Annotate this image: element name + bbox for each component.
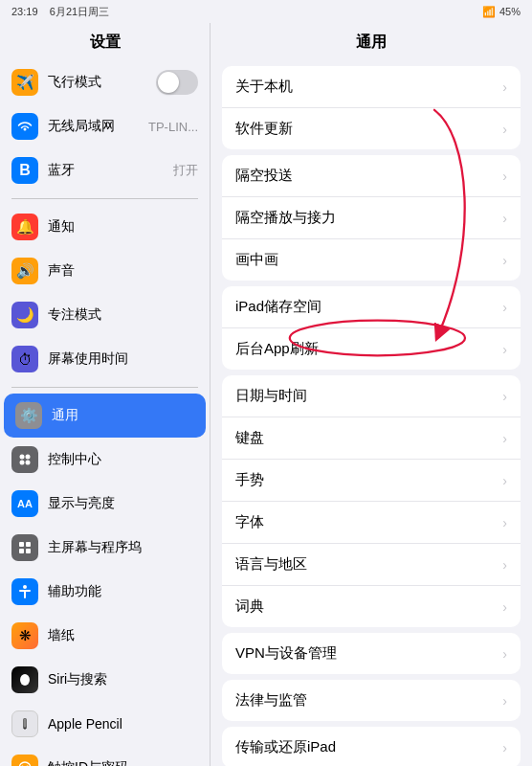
sound-icon: 🔊 — [11, 258, 38, 284]
chevron-icon: › — [502, 253, 507, 268]
settings-label: 词典 — [235, 597, 264, 616]
chevron-icon: › — [502, 79, 507, 95]
svg-point-9 — [20, 674, 30, 686]
settings-row-pip[interactable]: 画中画 › — [222, 239, 521, 281]
airplane-icon: ✈️ — [11, 69, 38, 96]
sidebar-item-display[interactable]: AA 显示与亮度 — [0, 482, 210, 526]
sidebar-item-faceid[interactable]: 触控ID与密码 — [0, 746, 210, 766]
sidebar-item-home[interactable]: 主屏幕与程序坞 — [0, 526, 210, 570]
status-time-date: 23:19 6月21日周三 — [11, 5, 109, 19]
content-panel: 通用 关于本机 › 软件更新 › 隔空投送 › 隔 — [211, 23, 532, 766]
settings-row-about[interactable]: 关于本机 › — [222, 66, 521, 108]
bluetooth-icon: B — [11, 157, 38, 184]
main-layout: 设置 ✈️ 飞行模式 无线局域网 TP-LIN... — [0, 23, 532, 766]
settings-row-backgroundapp[interactable]: 后台App刷新 › — [222, 328, 521, 370]
svg-point-1 — [26, 455, 31, 460]
settings-row-font[interactable]: 字体 › — [222, 502, 521, 544]
settings-row-legal[interactable]: 法律与监管 › — [222, 680, 521, 721]
sidebar-item-applepencil[interactable]: Apple Pencil — [0, 702, 210, 746]
sidebar-section-notifications: 🔔 通知 🔊 声音 🌙 专注模式 ⏱ 屏幕使用时间 — [0, 205, 210, 381]
settings-label: 手势 — [235, 471, 264, 489]
settings-label: 字体 — [235, 513, 264, 531]
display-icon: AA — [11, 490, 38, 517]
sidebar-item-accessibility[interactable]: 辅助功能 — [0, 570, 210, 614]
sidebar-item-label: 专注模式 — [48, 306, 198, 324]
status-bar: 23:19 6月21日周三 📶 45% — [0, 0, 532, 23]
content-title: 通用 — [211, 23, 532, 60]
sidebar-item-label: 通知 — [48, 218, 198, 236]
chevron-icon: › — [502, 300, 507, 315]
chevron-icon: › — [502, 599, 507, 615]
settings-row-storage[interactable]: iPad储存空间 › — [222, 286, 521, 328]
sidebar-item-notifications[interactable]: 🔔 通知 — [0, 205, 210, 249]
sidebar-item-controlcenter[interactable]: 控制中心 — [0, 438, 210, 482]
svg-point-2 — [20, 461, 25, 465]
settings-row-dictionary[interactable]: 词典 › — [222, 586, 521, 627]
sidebar-item-sound[interactable]: 🔊 声音 — [0, 249, 210, 293]
settings-label: 传输或还原iPad — [235, 738, 336, 756]
applepencil-icon — [11, 710, 38, 737]
sidebar-item-label: 屏幕使用时间 — [48, 350, 198, 368]
sidebar-item-label: 控制中心 — [48, 451, 198, 468]
sidebar-item-label: 主屏幕与程序坞 — [48, 539, 198, 556]
svg-rect-6 — [19, 549, 24, 553]
notifications-icon: 🔔 — [11, 214, 38, 240]
settings-label: 画中画 — [235, 251, 278, 269]
airplane-toggle[interactable] — [156, 70, 198, 95]
sidebar-item-screentime[interactable]: ⏱ 屏幕使用时间 — [0, 337, 210, 381]
settings-row-language[interactable]: 语言与地区 › — [222, 544, 521, 586]
svg-rect-7 — [26, 549, 31, 553]
sidebar-item-general[interactable]: ⚙️ 通用 — [4, 394, 206, 438]
sidebar-item-wallpaper[interactable]: ❋ 墙纸 — [0, 614, 210, 658]
wifi-icon — [11, 113, 38, 140]
settings-label: 关于本机 — [235, 78, 293, 96]
settings-label: 日期与时间 — [235, 387, 307, 405]
settings-label: 隔空播放与接力 — [235, 209, 336, 227]
settings-group-transfer: 传输或还原iPad › — [222, 727, 521, 766]
sidebar-item-label: Siri与搜索 — [48, 671, 198, 688]
content-wrapper: 关于本机 › 软件更新 › 隔空投送 › 隔空播放与接力 › — [211, 66, 532, 766]
sidebar-item-airplane[interactable]: ✈️ 飞行模式 — [0, 60, 210, 104]
chevron-icon: › — [502, 515, 507, 530]
sidebar-item-label: 显示与亮度 — [48, 495, 198, 512]
faceid-icon — [11, 755, 38, 766]
chevron-icon: › — [502, 211, 507, 226]
chevron-icon: › — [502, 740, 507, 755]
settings-group-legal: 法律与监管 › — [222, 680, 521, 721]
sidebar-item-label: 飞行模式 — [48, 74, 146, 91]
wifi-value: TP-LIN... — [148, 120, 198, 134]
status-indicators: 📶 45% — [482, 6, 521, 18]
sidebar-item-label: 声音 — [48, 262, 198, 280]
chevron-icon: › — [502, 431, 507, 446]
svg-point-3 — [26, 461, 31, 465]
chevron-icon: › — [502, 122, 507, 137]
settings-row-airplay[interactable]: 隔空播放与接力 › — [222, 197, 521, 239]
sidebar-item-focus[interactable]: 🌙 专注模式 — [0, 293, 210, 337]
settings-row-vpn[interactable]: VPN与设备管理 › — [222, 633, 521, 674]
settings-row-gestures[interactable]: 手势 › — [222, 460, 521, 502]
sidebar-item-siri[interactable]: Siri与搜索 — [0, 658, 210, 702]
settings-row-transfer[interactable]: 传输或还原iPad › — [222, 727, 521, 766]
sidebar-section-connectivity: ✈️ 飞行模式 无线局域网 TP-LIN... B 蓝牙 打开 — [0, 60, 210, 192]
settings-group-datetime: 日期与时间 › 键盘 › 手势 › 字体 › 语言与地区 › — [222, 375, 521, 627]
sidebar-item-bluetooth[interactable]: B 蓝牙 打开 — [0, 148, 210, 192]
sidebar-item-wifi[interactable]: 无线局域网 TP-LIN... — [0, 104, 210, 148]
settings-row-airdrop[interactable]: 隔空投送 › — [222, 155, 521, 197]
settings-label: iPad储存空间 — [235, 298, 321, 316]
settings-row-keyboard[interactable]: 键盘 › — [222, 417, 521, 460]
settings-label: 键盘 — [235, 429, 264, 447]
divider-2 — [11, 387, 198, 388]
settings-row-softwareupdate[interactable]: 软件更新 › — [222, 108, 521, 149]
chevron-icon: › — [502, 693, 507, 709]
settings-label: 软件更新 — [235, 120, 293, 138]
settings-row-datetime[interactable]: 日期与时间 › — [222, 375, 521, 417]
settings-label: VPN与设备管理 — [235, 644, 337, 663]
siri-icon — [11, 666, 38, 693]
sidebar-item-label: Apple Pencil — [48, 716, 198, 732]
general-icon: ⚙️ — [15, 402, 42, 429]
chevron-icon: › — [502, 342, 507, 357]
sidebar-item-label: 蓝牙 — [48, 162, 164, 179]
accessibility-icon — [11, 578, 38, 605]
settings-label: 后台App刷新 — [235, 340, 319, 358]
settings-label: 隔空投送 — [235, 167, 293, 185]
